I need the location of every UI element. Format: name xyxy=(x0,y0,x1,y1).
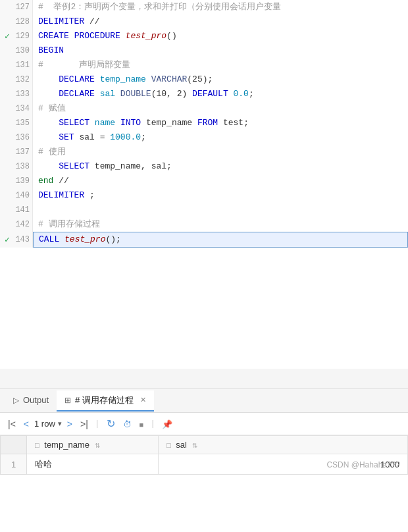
check-140 xyxy=(5,191,13,201)
editor-area: 127 # 举例2：声明两个变量，求和并打印（分别使用会话用户变量 128 DE… xyxy=(0,0,408,369)
line-content-143[interactable]: CALL test_pro(); xyxy=(33,232,408,248)
check-133 xyxy=(5,90,13,99)
line-content-127[interactable]: # 举例2：声明两个变量，求和并打印（分别使用会话用户变量 xyxy=(33,0,408,14)
line-num-127: 127 xyxy=(15,3,30,12)
result-tab-icon: ⊞ xyxy=(64,396,71,405)
line-content-136[interactable]: SET sal = 1000.0; xyxy=(33,130,408,145)
check-128 xyxy=(5,17,13,27)
line-gutter-133: 133 xyxy=(0,87,33,101)
code-row-132: 132 DECLARE temp_name VARCHAR(25); xyxy=(0,72,408,87)
code-row-135: 135 SELECT name INTO temp_name FROM test… xyxy=(0,116,408,130)
line-num-136: 136 xyxy=(15,133,30,142)
line-content-142[interactable]: # 调用存储过程 xyxy=(33,217,408,232)
refresh-button[interactable]: ↻ xyxy=(104,416,118,431)
col-header-temp_name[interactable]: □ temp_name ⇅ xyxy=(27,436,159,454)
line-content-135[interactable]: SELECT name INTO temp_name FROM test; xyxy=(33,116,408,130)
tab-output[interactable]: ▷ Output xyxy=(5,391,57,410)
watermark: CSDN @Hahaha??? xyxy=(326,460,400,469)
next-page-button[interactable]: > xyxy=(64,417,75,431)
row-count-label: 1 row xyxy=(34,419,55,429)
code-row-128: 128 DELIMITER // xyxy=(0,14,408,29)
line-gutter-137: 137 xyxy=(0,145,33,159)
code-row-138: 138 SELECT temp_name, sal; xyxy=(0,159,408,174)
line-num-140: 140 xyxy=(15,191,30,200)
results-toolbar: |< < 1 row ▾ > >| | ↻ ⏱ ■ | 📌 xyxy=(0,413,408,435)
line-gutter-132: 132 xyxy=(0,72,33,87)
col-icon-temp_name: □ xyxy=(35,441,39,449)
row-id-1: 1 xyxy=(1,454,27,475)
pin-button[interactable]: 📌 xyxy=(159,417,175,431)
line-content-128[interactable]: DELIMITER // xyxy=(33,14,408,29)
line-content-133[interactable]: DECLARE sal DOUBLE(10, 2) DEFAULT 0.0; xyxy=(33,87,408,101)
col-label-sal: sal xyxy=(176,440,187,450)
check-129: ✓ xyxy=(5,31,13,41)
check-135 xyxy=(5,119,13,128)
line-gutter-131: 131 xyxy=(0,58,33,72)
line-num-139: 139 xyxy=(15,176,30,186)
toolbar-divider-1: | xyxy=(95,419,100,429)
code-row-129: ✓ 129 CREATE PROCEDURE test_pro() xyxy=(0,29,408,43)
line-content-129[interactable]: CREATE PROCEDURE test_pro() xyxy=(33,29,408,43)
line-gutter-140: 140 xyxy=(0,188,33,203)
line-num-137: 137 xyxy=(15,147,30,157)
line-content-134[interactable]: # 赋值 xyxy=(33,101,408,116)
check-132 xyxy=(5,75,13,85)
last-page-button[interactable]: >| xyxy=(78,417,91,431)
row-count-selector[interactable]: 1 row ▾ xyxy=(34,419,62,429)
line-gutter-143: ✓ 143 xyxy=(0,232,33,248)
line-content-130[interactable]: BEGIN xyxy=(33,43,408,58)
line-gutter-135: 135 xyxy=(0,116,33,130)
code-row-130: 130 BEGIN xyxy=(0,43,408,58)
line-num-138: 138 xyxy=(15,162,30,171)
output-tab-icon: ▷ xyxy=(13,396,19,405)
line-content-131[interactable]: # 声明局部变量 xyxy=(33,58,408,72)
result-tab-close[interactable]: ✕ xyxy=(140,396,146,404)
line-content-132[interactable]: DECLARE temp_name VARCHAR(25); xyxy=(33,72,408,87)
code-row-137: 137 # 使用 xyxy=(0,145,408,159)
code-row-141: 141 xyxy=(0,203,408,217)
line-gutter-138: 138 xyxy=(0,159,33,174)
line-content-137[interactable]: # 使用 xyxy=(33,145,408,159)
result-tab-label: # 调用存储过程 xyxy=(75,394,134,406)
line-num-131: 131 xyxy=(15,61,30,70)
line-gutter-134: 134 xyxy=(0,101,33,116)
row-count-arrow-icon: ▾ xyxy=(58,419,62,428)
line-content-141[interactable] xyxy=(33,203,408,217)
col-header-sal[interactable]: □ sal ⇅ xyxy=(159,436,408,454)
check-142 xyxy=(5,220,13,230)
check-137 xyxy=(5,147,13,157)
first-page-button[interactable]: |< xyxy=(5,417,18,431)
check-127 xyxy=(5,3,13,13)
line-gutter-127: 127 xyxy=(0,0,33,14)
check-130 xyxy=(5,46,13,56)
output-tabs-bar: ▷ Output ⊞ # 调用存储过程 ✕ xyxy=(0,389,408,413)
clock-icon: ⏱ xyxy=(123,419,132,429)
code-row-143: ✓ 143 CALL test_pro(); xyxy=(0,232,408,248)
cell-temp_name-1[interactable]: 哈哈 xyxy=(27,454,159,475)
line-num-141: 141 xyxy=(15,205,30,215)
line-num-133: 133 xyxy=(15,90,30,99)
line-num-130: 130 xyxy=(15,46,30,55)
line-gutter-141: 141 xyxy=(0,203,33,217)
stop-icon: ■ xyxy=(140,421,144,429)
col-icon-sal: □ xyxy=(166,441,171,449)
check-138 xyxy=(5,162,13,172)
clock-button[interactable]: ⏱ xyxy=(120,417,134,431)
line-content-138[interactable]: SELECT temp_name, sal; xyxy=(33,159,408,174)
check-136 xyxy=(5,133,13,143)
line-gutter-136: 136 xyxy=(0,130,33,145)
line-num-134: 134 xyxy=(15,104,30,113)
tab-result[interactable]: ⊞ # 调用存储过程 ✕ xyxy=(57,390,154,412)
line-content-139[interactable]: end // xyxy=(33,174,408,188)
prev-page-button[interactable]: < xyxy=(21,417,32,431)
line-num-135: 135 xyxy=(15,119,30,128)
stop-button[interactable]: ■ xyxy=(137,417,147,431)
refresh-icon: ↻ xyxy=(107,418,115,429)
line-content-140[interactable]: DELIMITER ; xyxy=(33,188,408,203)
results-header-row: □ temp_name ⇅ □ sal ⇅ xyxy=(1,436,408,454)
line-gutter-128: 128 xyxy=(0,14,33,29)
check-139 xyxy=(5,176,13,186)
check-134 xyxy=(5,104,13,114)
line-gutter-129: ✓ 129 xyxy=(0,29,33,43)
code-row-136: 136 SET sal = 1000.0; xyxy=(0,130,408,145)
